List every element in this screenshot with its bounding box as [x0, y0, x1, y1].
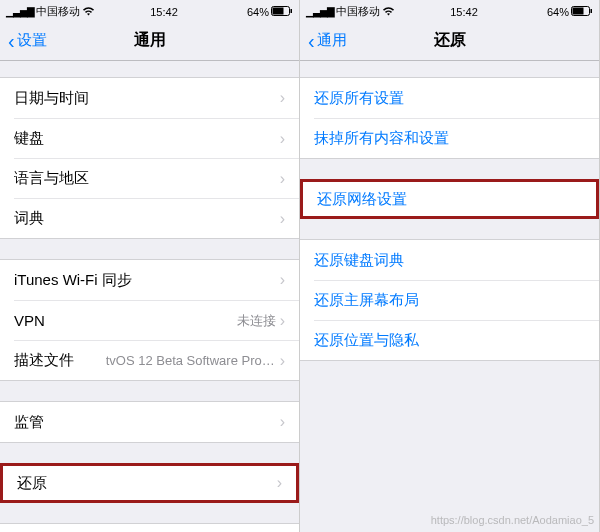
row-reset-network[interactable]: 还原网络设置 [300, 179, 599, 219]
status-bar: ▁▃▅▇ 中国移动 15:42 64% [300, 0, 599, 21]
row-reset-all-settings[interactable]: 还原所有设置 [300, 78, 599, 118]
nav-bar: ‹ 设置 通用 [0, 21, 299, 61]
group-reset: 还原› [0, 463, 299, 503]
row-shutdown[interactable]: 关机 [0, 524, 299, 532]
row-vpn[interactable]: VPN未连接› [0, 300, 299, 340]
group-reset-other: 还原键盘词典 还原主屏幕布局 还原位置与隐私 [300, 239, 599, 361]
battery-icon [571, 6, 593, 18]
status-bar: ▁▃▅▇ 中国移动 15:42 64% [0, 0, 299, 21]
chevron-right-icon: › [280, 413, 285, 431]
back-button[interactable]: ‹ 通用 [308, 31, 347, 51]
svg-rect-2 [291, 9, 293, 13]
group-supervision: 监管› [0, 401, 299, 443]
battery-percent: 64% [547, 6, 569, 18]
group-shutdown: 关机 [0, 523, 299, 532]
chevron-right-icon: › [280, 130, 285, 148]
chevron-right-icon: › [277, 474, 282, 492]
battery-percent: 64% [247, 6, 269, 18]
row-language-region[interactable]: 语言与地区› [0, 158, 299, 198]
svg-rect-1 [273, 7, 284, 14]
screenshot-left: ▁▃▅▇ 中国移动 15:42 64% ‹ 设置 通用 日期与时间› 键盘› 语… [0, 0, 300, 532]
row-reset-location-privacy[interactable]: 还原位置与隐私 [300, 320, 599, 360]
wifi-icon [82, 6, 95, 18]
nav-bar: ‹ 通用 还原 [300, 21, 599, 61]
carrier-label: 中国移动 [36, 4, 80, 19]
chevron-right-icon: › [280, 210, 285, 228]
row-erase-all[interactable]: 抹掉所有内容和设置 [300, 118, 599, 158]
screenshot-right: ▁▃▅▇ 中国移动 15:42 64% ‹ 通用 还原 还原所有设置 抹掉所有内… [300, 0, 600, 532]
clock-label: 15:42 [450, 6, 478, 18]
row-keyboard[interactable]: 键盘› [0, 118, 299, 158]
chevron-right-icon: › [280, 312, 285, 330]
row-dictionary[interactable]: 词典› [0, 198, 299, 238]
chevron-right-icon: › [280, 89, 285, 107]
svg-rect-4 [573, 7, 584, 14]
reset-list[interactable]: 还原所有设置 抹掉所有内容和设置 还原网络设置 还原键盘词典 还原主屏幕布局 还… [300, 61, 599, 532]
chevron-left-icon: ‹ [308, 31, 315, 51]
svg-rect-5 [591, 9, 593, 13]
row-reset-home-layout[interactable]: 还原主屏幕布局 [300, 280, 599, 320]
signal-icon: ▁▃▅▇ [306, 6, 334, 17]
settings-list[interactable]: 日期与时间› 键盘› 语言与地区› 词典› iTunes Wi-Fi 同步› V… [0, 61, 299, 532]
group-reset-all: 还原所有设置 抹掉所有内容和设置 [300, 77, 599, 159]
back-button[interactable]: ‹ 设置 [8, 31, 47, 51]
wifi-icon [382, 6, 395, 18]
row-itunes-wifi-sync[interactable]: iTunes Wi-Fi 同步› [0, 260, 299, 300]
row-supervision[interactable]: 监管› [0, 402, 299, 442]
row-reset-keyboard-dict[interactable]: 还原键盘词典 [300, 240, 599, 280]
chevron-right-icon: › [280, 271, 285, 289]
row-profiles[interactable]: 描述文件tvOS 12 Beta Software Profile› [0, 340, 299, 380]
row-reset[interactable]: 还原› [0, 463, 299, 503]
back-label: 通用 [317, 31, 347, 50]
chevron-right-icon: › [280, 170, 285, 188]
group-sync: iTunes Wi-Fi 同步› VPN未连接› 描述文件tvOS 12 Bet… [0, 259, 299, 381]
group-datetime: 日期与时间› 键盘› 语言与地区› 词典› [0, 77, 299, 239]
clock-label: 15:42 [150, 6, 178, 18]
signal-icon: ▁▃▅▇ [6, 6, 34, 17]
back-label: 设置 [17, 31, 47, 50]
chevron-left-icon: ‹ [8, 31, 15, 51]
chevron-right-icon: › [280, 352, 285, 370]
row-date-time[interactable]: 日期与时间› [0, 78, 299, 118]
battery-icon [271, 6, 293, 18]
carrier-label: 中国移动 [336, 4, 380, 19]
group-reset-network: 还原网络设置 [300, 179, 599, 219]
